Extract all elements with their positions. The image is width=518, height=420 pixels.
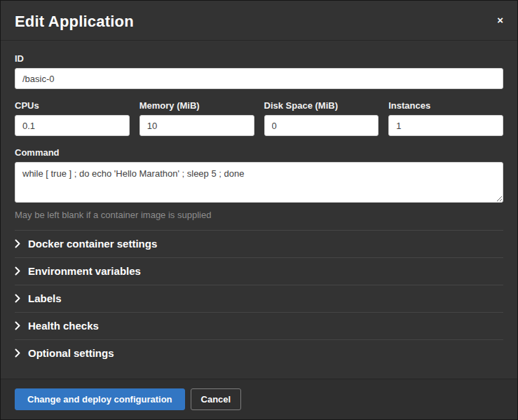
disk-label: Disk Space (MiB): [264, 100, 379, 111]
chevron-right-icon: [15, 239, 20, 248]
change-and-deploy-button[interactable]: Change and deploy configuration: [15, 388, 185, 410]
modal-title: Edit Application: [15, 13, 503, 31]
section-environment-variables[interactable]: Environment variables: [15, 257, 503, 285]
command-help-text: May be left blank if a container image i…: [15, 210, 503, 220]
cpus-label: CPUs: [15, 100, 130, 111]
disk-input[interactable]: [264, 115, 379, 136]
id-label: ID: [15, 53, 503, 64]
section-label: Environment variables: [28, 265, 141, 277]
cancel-button[interactable]: Cancel: [191, 388, 242, 410]
section-label: Health checks: [28, 320, 99, 332]
chevron-right-icon: [15, 321, 20, 330]
modal-body: ID CPUs Memory (MiB) Disk Space (MiB) In…: [1, 41, 517, 379]
memory-label: Memory (MiB): [139, 100, 254, 111]
modal-footer: Change and deploy configuration Cancel: [1, 379, 517, 419]
section-health-checks[interactable]: Health checks: [15, 312, 503, 339]
cpus-input[interactable]: [15, 115, 130, 136]
id-input[interactable]: [15, 68, 503, 89]
id-field-group: ID: [15, 53, 503, 89]
close-button[interactable]: ×: [494, 12, 506, 28]
modal-header: Edit Application ×: [1, 1, 517, 41]
instances-label: Instances: [388, 100, 503, 111]
memory-field-group: Memory (MiB): [139, 100, 254, 136]
section-label: Labels: [28, 292, 62, 304]
section-optional-settings[interactable]: Optional settings: [15, 339, 503, 367]
memory-input[interactable]: [139, 115, 254, 136]
instances-input[interactable]: [388, 115, 503, 136]
section-label: Docker container settings: [28, 238, 157, 250]
instances-field-group: Instances: [388, 100, 503, 136]
section-label: Optional settings: [28, 347, 114, 359]
chevron-right-icon: [15, 294, 20, 303]
cpus-field-group: CPUs: [15, 100, 130, 136]
accordion-sections: Docker container settings Environment va…: [15, 230, 503, 367]
edit-application-modal: Edit Application × ID CPUs Memory (MiB) …: [0, 0, 518, 420]
command-field-group: Command while [ true ] ; do echo 'Hello …: [15, 147, 503, 220]
command-label: Command: [15, 147, 503, 158]
section-docker-container-settings[interactable]: Docker container settings: [15, 230, 503, 257]
command-textarea[interactable]: while [ true ] ; do echo 'Hello Marathon…: [15, 162, 503, 203]
disk-field-group: Disk Space (MiB): [264, 100, 379, 136]
chevron-right-icon: [15, 266, 20, 276]
chevron-right-icon: [15, 348, 20, 358]
close-icon: ×: [497, 14, 503, 26]
section-labels[interactable]: Labels: [15, 285, 503, 312]
resources-row: CPUs Memory (MiB) Disk Space (MiB) Insta…: [15, 100, 503, 136]
